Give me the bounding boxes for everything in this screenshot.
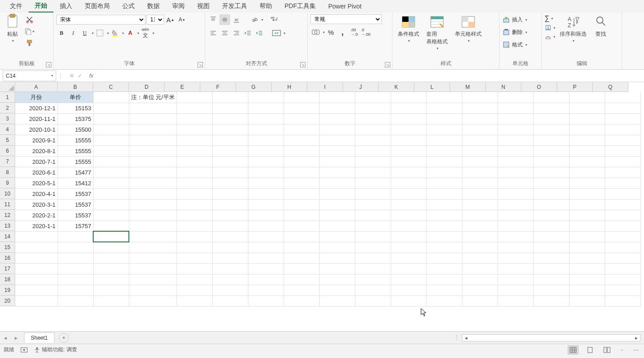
increase-decimal-button[interactable]: .00→.0 xyxy=(349,27,359,37)
cell[interactable] xyxy=(319,113,355,124)
view-normal-button[interactable] xyxy=(568,346,578,354)
cell[interactable] xyxy=(284,188,319,199)
cell[interactable] xyxy=(93,296,129,306)
cell[interactable] xyxy=(129,231,177,242)
cell[interactable] xyxy=(284,221,319,231)
bold-button[interactable]: B xyxy=(56,28,67,38)
cell[interactable]: 15153 xyxy=(58,103,93,113)
col-header[interactable]: K xyxy=(379,82,414,92)
cell[interactable] xyxy=(498,113,533,124)
cell[interactable] xyxy=(284,210,319,221)
cell[interactable]: 2020-6-1 xyxy=(15,167,58,178)
cell[interactable] xyxy=(498,167,533,178)
cell[interactable] xyxy=(498,188,533,199)
cell[interactable] xyxy=(605,242,640,253)
cell[interactable]: 2020-9-1 xyxy=(15,135,58,146)
cell[interactable] xyxy=(129,167,177,178)
cell[interactable] xyxy=(248,263,284,274)
cell[interactable] xyxy=(355,124,391,135)
cell[interactable] xyxy=(569,124,605,135)
cell[interactable] xyxy=(605,103,640,113)
cell[interactable] xyxy=(284,146,319,156)
cell[interactable] xyxy=(498,199,533,210)
cell[interactable] xyxy=(284,156,319,167)
cell[interactable] xyxy=(533,285,569,296)
cell[interactable] xyxy=(212,221,248,231)
col-header[interactable]: M xyxy=(450,82,486,92)
cell[interactable] xyxy=(212,135,248,146)
cell[interactable] xyxy=(93,188,129,199)
cell[interactable] xyxy=(569,274,605,285)
cell[interactable] xyxy=(319,199,355,210)
cell[interactable]: 2020-4-1 xyxy=(15,188,58,199)
cell[interactable] xyxy=(284,113,319,124)
cell[interactable] xyxy=(569,156,605,167)
cell[interactable] xyxy=(284,92,319,103)
cell[interactable] xyxy=(93,156,129,167)
cell[interactable] xyxy=(355,231,391,242)
view-page-break-button[interactable] xyxy=(602,346,612,354)
cell[interactable] xyxy=(605,263,640,274)
cell[interactable] xyxy=(569,231,605,242)
cell[interactable] xyxy=(569,178,605,188)
cell[interactable] xyxy=(129,199,177,210)
border-button[interactable] xyxy=(95,28,105,38)
row-header[interactable]: 12 xyxy=(0,210,15,221)
cell[interactable] xyxy=(319,296,355,306)
cell[interactable] xyxy=(284,199,319,210)
cell[interactable] xyxy=(15,296,58,306)
select-all-button[interactable] xyxy=(0,82,15,92)
cell[interactable] xyxy=(319,156,355,167)
cell[interactable] xyxy=(319,103,355,113)
menu-tab-10[interactable]: PDF工具集 xyxy=(278,0,322,12)
menu-tab-2[interactable]: 插入 xyxy=(54,0,78,12)
cell[interactable] xyxy=(284,296,319,306)
cell[interactable] xyxy=(212,296,248,306)
cell[interactable] xyxy=(129,188,177,199)
cell[interactable] xyxy=(212,146,248,156)
cell[interactable] xyxy=(533,296,569,306)
currency-button[interactable] xyxy=(310,27,321,37)
cell[interactable] xyxy=(15,242,58,253)
cell[interactable] xyxy=(177,156,212,167)
row-header[interactable]: 3 xyxy=(0,113,15,124)
number-format-combo[interactable]: 常规 xyxy=(310,14,382,24)
cell[interactable]: 15757 xyxy=(58,221,93,231)
cell[interactable] xyxy=(284,231,319,242)
cut-button[interactable] xyxy=(24,14,35,25)
cell[interactable] xyxy=(391,221,426,231)
cell[interactable] xyxy=(355,178,391,188)
cell[interactable] xyxy=(355,146,391,156)
sheet-tab[interactable]: Sheet1 xyxy=(24,333,54,343)
col-header[interactable]: H xyxy=(272,82,307,92)
cell[interactable]: 15537 xyxy=(58,210,93,221)
cell[interactable] xyxy=(533,274,569,285)
cell[interactable] xyxy=(426,274,462,285)
cell[interactable] xyxy=(177,274,212,285)
cell[interactable] xyxy=(248,253,284,263)
cell[interactable] xyxy=(129,285,177,296)
menu-tab-8[interactable]: 开发工具 xyxy=(216,0,253,12)
cell[interactable] xyxy=(391,274,426,285)
cell[interactable] xyxy=(212,263,248,274)
col-header[interactable]: I xyxy=(307,82,343,92)
cell[interactable] xyxy=(129,263,177,274)
row-header[interactable]: 9 xyxy=(0,178,15,188)
cell[interactable] xyxy=(355,285,391,296)
align-right-button[interactable] xyxy=(231,28,242,38)
col-header[interactable]: G xyxy=(236,82,272,92)
cell[interactable] xyxy=(58,285,93,296)
cell[interactable] xyxy=(355,253,391,263)
cell[interactable] xyxy=(462,178,498,188)
cell[interactable] xyxy=(15,274,58,285)
cell[interactable] xyxy=(533,135,569,146)
cell[interactable] xyxy=(498,135,533,146)
cell[interactable] xyxy=(605,124,640,135)
cell[interactable] xyxy=(319,253,355,263)
cell[interactable] xyxy=(498,92,533,103)
cell[interactable] xyxy=(177,135,212,146)
cell[interactable] xyxy=(355,296,391,306)
confirm-entry-button[interactable]: ✓ xyxy=(78,73,82,79)
cell[interactable] xyxy=(129,146,177,156)
cell[interactable] xyxy=(498,274,533,285)
